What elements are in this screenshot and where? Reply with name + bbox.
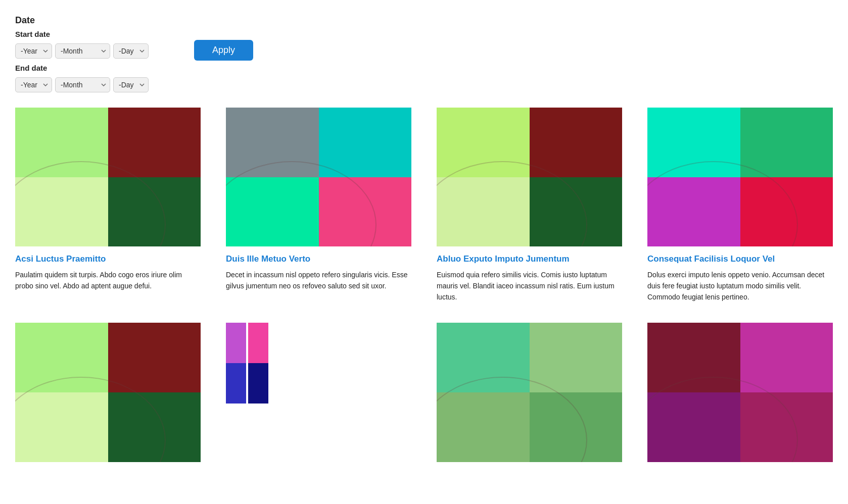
- patch-c8-br: [740, 392, 833, 462]
- card-6-image: [226, 323, 411, 404]
- patch-c2-tr: [319, 108, 412, 177]
- card-4-image: [647, 108, 833, 246]
- card-6: [226, 323, 411, 469]
- patch-c5-tl: [15, 323, 108, 392]
- end-month-select[interactable]: -Month JanuaryFebruaryMarchApril MayJune…: [55, 77, 110, 92]
- patch-c5-tr: [108, 323, 201, 392]
- card-1-title[interactable]: Acsi Luctus Praemitto: [15, 254, 201, 265]
- patch-c2-bl: [226, 177, 319, 247]
- end-date-label: End date: [15, 64, 149, 72]
- card-1-image: [15, 108, 201, 246]
- card-2: Duis Ille Metuo Verto Decet in incassum …: [226, 108, 411, 303]
- start-date-label: Start date: [15, 30, 149, 38]
- patch-c8-tl: [647, 323, 740, 392]
- patch-c7-tr: [530, 323, 623, 392]
- patch-c4-br: [740, 177, 833, 247]
- patch-c7-br: [530, 392, 623, 462]
- apply-button[interactable]: Apply: [194, 40, 253, 61]
- patch-c3-tl: [437, 108, 530, 177]
- patch-c4-bl: [647, 177, 740, 247]
- patch-c7-tl: [437, 323, 530, 392]
- card-3-description: Euismod quia refero similis vicis. Comis…: [437, 270, 622, 303]
- card-4: Consequat Facilisis Loquor Vel Dolus exe…: [647, 108, 833, 303]
- card-3-image: [437, 108, 622, 246]
- date-section-title: Date: [15, 15, 833, 26]
- start-year-select[interactable]: -Year 20202021202220232024: [15, 43, 52, 59]
- patch-c5-br: [108, 392, 201, 462]
- patch-c1-br: [108, 177, 201, 247]
- card-2-description: Decet in incassum nisl oppeto refero sin…: [226, 270, 411, 291]
- start-day-select[interactable]: -Day 12345 678910 1112131415 1617181920 …: [113, 43, 149, 59]
- patch-c1-tl: [15, 108, 108, 177]
- patch-c8-tr: [740, 323, 833, 392]
- patch-c1-bl: [15, 177, 108, 247]
- card-4-description: Dolus exerci imputo lenis oppeto venio. …: [647, 270, 833, 303]
- start-month-select[interactable]: -Month JanuaryFebruaryMarchApril MayJune…: [55, 43, 110, 59]
- card-5-image: [15, 323, 201, 462]
- end-year-select[interactable]: -Year 20202021202220232024: [15, 77, 52, 92]
- card-2-title[interactable]: Duis Ille Metuo Verto: [226, 254, 411, 265]
- card-8: [647, 323, 833, 469]
- card-3-title[interactable]: Abluo Exputo Imputo Jumentum: [437, 254, 622, 265]
- card-4-title[interactable]: Consequat Facilisis Loquor Vel: [647, 254, 833, 265]
- card-5: [15, 323, 201, 469]
- card-7-image: [437, 323, 622, 462]
- end-day-select[interactable]: -Day 12345 678910 1112131415 1617181920 …: [113, 77, 149, 92]
- patch-c4-tr: [740, 108, 833, 177]
- patch-c3-br: [530, 177, 623, 247]
- end-date-group: End date -Year 20202021202220232024 -Mon…: [15, 64, 149, 92]
- patch-c8-bl: [647, 392, 740, 462]
- end-date-selects: -Year 20202021202220232024 -Month Januar…: [15, 77, 149, 92]
- patch-c4-tl: [647, 108, 740, 177]
- patch-c7-bl: [437, 392, 530, 462]
- card-1: Acsi Luctus Praemitto Paulatim quidem si…: [15, 108, 201, 303]
- card-7: [437, 323, 622, 469]
- start-date-selects: -Year 20202021202220232024 -Month Januar…: [15, 43, 149, 59]
- date-section: Date Start date -Year 202020212022202320…: [15, 15, 833, 92]
- patch-c3-bl: [437, 177, 530, 247]
- card-8-image: [647, 323, 833, 462]
- start-date-group: Start date -Year 20202021202220232024 -M…: [15, 30, 149, 59]
- patch-c3-tr: [530, 108, 623, 177]
- card-3: Abluo Exputo Imputo Jumentum Euismod qui…: [437, 108, 622, 303]
- cards-grid: Acsi Luctus Praemitto Paulatim quidem si…: [15, 108, 833, 469]
- patch-c2-br: [319, 177, 412, 247]
- patch-c5-bl: [15, 392, 108, 462]
- patch-c2-tl: [226, 108, 319, 177]
- card-2-image: [226, 108, 411, 246]
- patch-c1-tr: [108, 108, 201, 177]
- card-1-description: Paulatim quidem sit turpis. Abdo cogo er…: [15, 270, 201, 291]
